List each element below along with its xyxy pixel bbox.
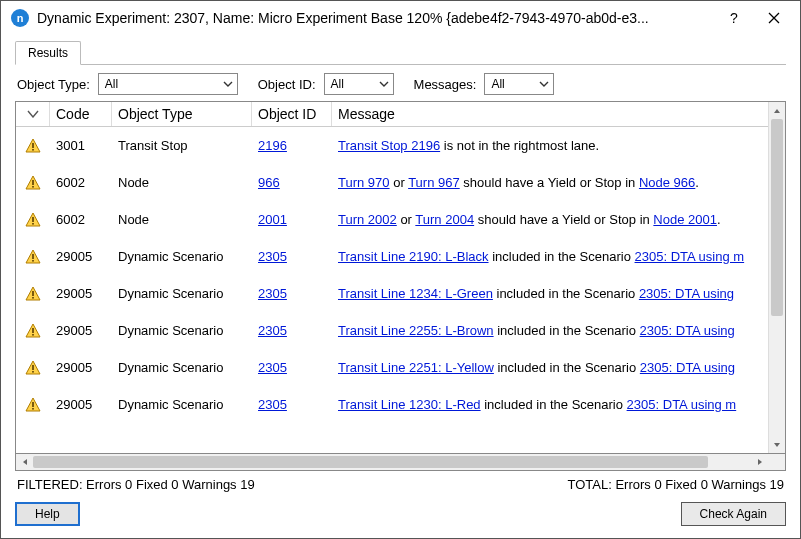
table-row[interactable]: 3001Transit Stop2196Transit Stop 2196 is… bbox=[16, 127, 768, 164]
row-icon-cell bbox=[16, 284, 50, 304]
row-object-id: 2305 bbox=[252, 395, 332, 414]
svg-rect-10 bbox=[32, 328, 34, 333]
horizontal-scrollbar[interactable] bbox=[15, 454, 786, 471]
warning-icon bbox=[25, 138, 41, 154]
status-total: TOTAL: Errors 0 Fixed 0 Warnings 19 bbox=[568, 477, 785, 492]
col-message[interactable]: Message bbox=[332, 102, 768, 126]
object-id-link[interactable]: 2196 bbox=[258, 138, 287, 153]
grid-body: 3001Transit Stop2196Transit Stop 2196 is… bbox=[16, 127, 768, 453]
chevron-down-icon bbox=[539, 79, 549, 89]
row-object-type: Dynamic Scenario bbox=[112, 284, 252, 303]
row-object-type: Dynamic Scenario bbox=[112, 321, 252, 340]
close-icon bbox=[768, 12, 780, 24]
row-code: 6002 bbox=[50, 210, 112, 229]
warning-icon bbox=[25, 323, 41, 339]
row-icon-cell bbox=[16, 358, 50, 378]
hscroll-track[interactable] bbox=[33, 454, 751, 470]
message-link[interactable]: Turn 970 bbox=[338, 175, 390, 190]
table-row[interactable]: 6002Node2001Turn 2002 or Turn 2004 shoul… bbox=[16, 201, 768, 238]
table-row[interactable]: 29005Dynamic Scenario2305Transit Line 12… bbox=[16, 386, 768, 423]
svg-rect-15 bbox=[32, 408, 34, 410]
scroll-left-button[interactable] bbox=[16, 454, 33, 471]
message-link[interactable]: Node 966 bbox=[639, 175, 695, 190]
object-type-value: All bbox=[105, 77, 124, 91]
row-icon-cell bbox=[16, 247, 50, 267]
scroll-down-button[interactable] bbox=[769, 436, 785, 453]
vscroll-track[interactable] bbox=[769, 119, 785, 436]
message-link[interactable]: Turn 967 bbox=[408, 175, 460, 190]
row-message: Transit Line 2251: L-Yellow included in … bbox=[332, 358, 768, 377]
tab-results[interactable]: Results bbox=[15, 41, 81, 65]
object-type-combo[interactable]: All bbox=[98, 73, 238, 95]
row-message: Transit Line 2190: L-Black included in t… bbox=[332, 247, 768, 266]
help-button[interactable]: Help bbox=[15, 502, 80, 526]
vertical-scrollbar[interactable] bbox=[768, 102, 785, 453]
hscroll-thumb[interactable] bbox=[33, 456, 708, 468]
vscroll-thumb[interactable] bbox=[771, 119, 783, 316]
messages-label: Messages: bbox=[414, 77, 477, 92]
scroll-right-button[interactable] bbox=[751, 454, 768, 471]
window-title: Dynamic Experiment: 2307, Name: Micro Ex… bbox=[37, 10, 714, 26]
table-row[interactable]: 29005Dynamic Scenario2305Transit Line 22… bbox=[16, 349, 768, 386]
messages-combo[interactable]: All bbox=[484, 73, 554, 95]
table-row[interactable]: 29005Dynamic Scenario2305Transit Line 21… bbox=[16, 238, 768, 275]
scroll-up-button[interactable] bbox=[769, 102, 785, 119]
object-id-link[interactable]: 2001 bbox=[258, 212, 287, 227]
app-icon: n bbox=[11, 9, 29, 27]
message-link[interactable]: 2305: DTA using bbox=[639, 286, 734, 301]
object-id-link[interactable]: 2305 bbox=[258, 286, 287, 301]
object-id-link[interactable]: 966 bbox=[258, 175, 280, 190]
object-id-link[interactable]: 2305 bbox=[258, 323, 287, 338]
message-link[interactable]: Transit Line 2251: L-Yellow bbox=[338, 360, 494, 375]
row-icon-cell bbox=[16, 173, 50, 193]
row-object-id: 2305 bbox=[252, 321, 332, 340]
row-object-id: 2305 bbox=[252, 247, 332, 266]
col-code[interactable]: Code bbox=[50, 102, 112, 126]
filter-bar: Object Type: All Object ID: All Messages… bbox=[15, 65, 786, 101]
object-id-link[interactable]: 2305 bbox=[258, 249, 287, 264]
message-link[interactable]: Transit Line 1230: L-Red bbox=[338, 397, 481, 412]
row-object-id: 2305 bbox=[252, 284, 332, 303]
col-object-id[interactable]: Object ID bbox=[252, 102, 332, 126]
message-link[interactable]: 2305: DTA using m bbox=[635, 249, 745, 264]
close-button[interactable] bbox=[754, 4, 794, 32]
object-id-link[interactable]: 2305 bbox=[258, 397, 287, 412]
warning-icon bbox=[25, 286, 41, 302]
titlebar-help-button[interactable]: ? bbox=[714, 4, 754, 32]
warning-icon bbox=[25, 397, 41, 413]
table-row[interactable]: 29005Dynamic Scenario2305Transit Line 22… bbox=[16, 312, 768, 349]
row-object-type: Dynamic Scenario bbox=[112, 247, 252, 266]
message-link[interactable]: Node 2001 bbox=[653, 212, 717, 227]
col-sort[interactable] bbox=[16, 102, 50, 126]
object-id-label: Object ID: bbox=[258, 77, 316, 92]
message-link[interactable]: Transit Stop 2196 bbox=[338, 138, 440, 153]
message-link[interactable]: 2305: DTA using bbox=[640, 323, 735, 338]
row-code: 6002 bbox=[50, 173, 112, 192]
warning-icon bbox=[25, 360, 41, 376]
message-link[interactable]: Turn 2004 bbox=[415, 212, 474, 227]
svg-rect-4 bbox=[32, 217, 34, 222]
row-message: Transit Stop 2196 is not in the rightmos… bbox=[332, 136, 768, 155]
row-icon-cell bbox=[16, 321, 50, 341]
svg-rect-3 bbox=[32, 186, 34, 188]
warning-icon bbox=[25, 249, 41, 265]
col-object-type[interactable]: Object Type bbox=[112, 102, 252, 126]
row-object-type: Dynamic Scenario bbox=[112, 395, 252, 414]
row-message: Transit Line 1234: L-Green included in t… bbox=[332, 284, 768, 303]
message-link[interactable]: Transit Line 2190: L-Black bbox=[338, 249, 489, 264]
warning-icon bbox=[25, 175, 41, 191]
row-message: Turn 2002 or Turn 2004 should have a Yie… bbox=[332, 210, 768, 229]
message-link[interactable]: Transit Line 2255: L-Brown bbox=[338, 323, 494, 338]
chevron-down-icon bbox=[223, 79, 233, 89]
object-id-combo[interactable]: All bbox=[324, 73, 394, 95]
object-id-link[interactable]: 2305 bbox=[258, 360, 287, 375]
row-icon-cell bbox=[16, 136, 50, 156]
message-link[interactable]: 2305: DTA using m bbox=[627, 397, 737, 412]
table-row[interactable]: 29005Dynamic Scenario2305Transit Line 12… bbox=[16, 275, 768, 312]
message-link[interactable]: 2305: DTA using bbox=[640, 360, 735, 375]
message-link[interactable]: Turn 2002 bbox=[338, 212, 397, 227]
message-link[interactable]: Transit Line 1234: L-Green bbox=[338, 286, 493, 301]
row-icon-cell bbox=[16, 395, 50, 415]
table-row[interactable]: 6002Node966Turn 970 or Turn 967 should h… bbox=[16, 164, 768, 201]
check-again-button[interactable]: Check Again bbox=[681, 502, 786, 526]
